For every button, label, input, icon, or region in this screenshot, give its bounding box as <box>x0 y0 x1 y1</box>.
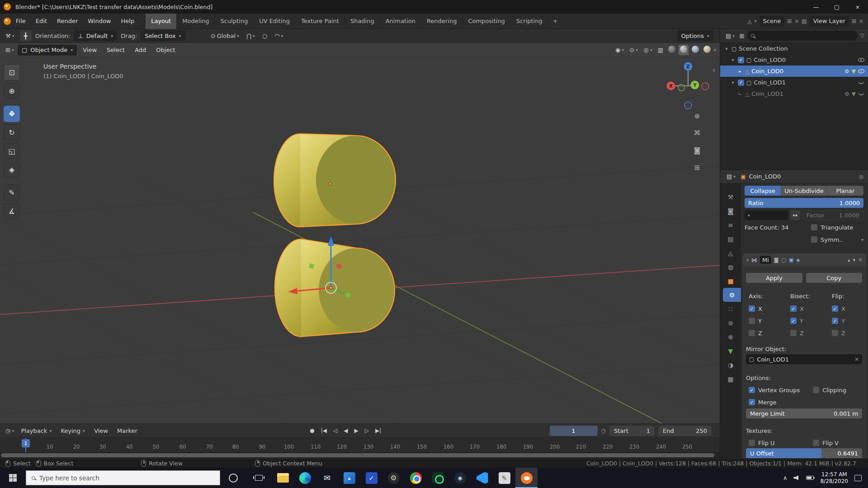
shading-wireframe-icon[interactable] <box>667 45 677 55</box>
photos-button[interactable]: ▴ <box>338 468 360 488</box>
taskbar-clock[interactable]: 12:57 AM 8/28/2020 <box>820 471 848 485</box>
battery-icon[interactable] <box>806 476 814 480</box>
expand-icon[interactable]: ▾ <box>730 57 736 62</box>
decimate-planar-button[interactable]: Planar <box>827 186 863 196</box>
tab-particles[interactable]: ∷ <box>720 302 741 316</box>
shading-solid-icon[interactable] <box>679 45 689 55</box>
overlays-toggle-icon[interactable]: ◎▾ <box>642 47 654 53</box>
current-frame-field[interactable]: 1 <box>550 426 598 436</box>
tab-world[interactable]: ◍ <box>720 260 741 274</box>
tab-render[interactable]: ◙ <box>720 204 741 218</box>
tab-object[interactable]: ■ <box>720 274 741 288</box>
move-down-icon[interactable]: ▾ <box>853 257 855 263</box>
transform-tool[interactable]: ◈ <box>4 161 20 178</box>
triangulate-checkbox[interactable] <box>811 224 817 230</box>
invert-vertex-group-button[interactable]: ↔ <box>790 210 800 220</box>
snap-magnet-icon[interactable]: ⋂▾ <box>245 33 257 39</box>
tab-modifiers[interactable]: ⚙ <box>723 288 741 302</box>
vertex-group-field[interactable]: ▾ <box>745 210 788 220</box>
axis-z-checkbox[interactable] <box>749 330 755 336</box>
file-explorer-button[interactable] <box>272 468 294 488</box>
proportional-edit-icon[interactable]: ○ <box>260 33 269 39</box>
new-view-layer-icon[interactable]: ⊞ <box>852 18 856 24</box>
measure-tool[interactable]: ∡ <box>4 203 20 219</box>
blender-menu-logo[interactable] <box>4 18 11 25</box>
cortana-button[interactable] <box>220 468 246 488</box>
search-input[interactable] <box>757 33 854 39</box>
coin-mesh-bottom[interactable] <box>275 239 395 337</box>
bisect-z-checkbox[interactable] <box>790 330 797 336</box>
workspace-tab-modeling[interactable]: Modeling <box>177 14 215 29</box>
tab-physics[interactable]: ⊚ <box>720 316 741 330</box>
tab-tool[interactable]: ⚒ <box>720 190 741 204</box>
clipping-checkbox[interactable] <box>813 387 819 393</box>
panel-expand-icon[interactable]: ▾ <box>746 258 749 263</box>
editor-type-icon[interactable]: ⚒▾ <box>4 33 16 39</box>
end-frame-field[interactable]: End 250 <box>658 426 712 436</box>
merge-checkbox[interactable] <box>749 399 755 405</box>
expand-icon[interactable]: ▾ <box>730 80 736 85</box>
workspace-tab-layout[interactable]: Layout <box>146 14 177 29</box>
menu-view[interactable]: View <box>90 427 112 434</box>
realtime-toggle-icon[interactable]: ▢ <box>782 257 786 263</box>
cage-toggle-icon[interactable]: ◈ <box>796 257 800 263</box>
browse-scene-icon[interactable]: ◬ <box>747 18 751 24</box>
flip-v-checkbox[interactable] <box>813 440 819 446</box>
decimate-unsubdivide-button[interactable]: Un-Subdivide <box>781 186 827 196</box>
menu-marker[interactable]: Marker <box>113 427 142 434</box>
mail-button[interactable]: ✉ <box>316 468 338 488</box>
shading-material-icon[interactable] <box>690 45 700 55</box>
mirror-object-field[interactable]: ▢ Coin_LOD1 × <box>746 354 862 364</box>
workspace-tab-shading[interactable]: Shading <box>345 14 380 29</box>
workspace-tab-compositing[interactable]: Compositing <box>462 14 511 29</box>
tab-constraints[interactable]: ⊗ <box>720 330 741 344</box>
modifier-name-field[interactable]: Mi <box>760 256 771 264</box>
menu-edit[interactable]: Edit <box>31 18 52 24</box>
navigation-gizmo[interactable]: Z X Y <box>663 61 713 111</box>
copy-button[interactable]: Copy <box>806 273 863 283</box>
menu-file[interactable]: File <box>11 18 31 24</box>
flip-u-checkbox[interactable] <box>749 440 755 446</box>
timeline-editor-icon[interactable]: ◷▾ <box>4 427 16 434</box>
menu-window[interactable]: Window <box>83 18 116 24</box>
bisect-y-checkbox[interactable] <box>790 318 797 324</box>
outliner-search[interactable] <box>747 31 858 41</box>
filter-icon[interactable]: ▽ <box>860 33 864 39</box>
menu-select[interactable]: Select <box>103 47 129 53</box>
flip-y-checkbox[interactable] <box>832 318 838 324</box>
collection-checkbox[interactable] <box>738 80 744 86</box>
clear-object-icon[interactable]: × <box>854 356 859 362</box>
axis-neg-y-ball[interactable] <box>678 84 684 91</box>
active-tool-move-icon[interactable]: ╋ <box>20 30 32 41</box>
start-frame-field[interactable]: Start 1 <box>609 426 655 436</box>
flip-z-checkbox[interactable] <box>832 330 838 336</box>
zoom-icon[interactable]: ⊕ <box>691 110 703 122</box>
gizmos-toggle-icon[interactable]: ⊙▾ <box>627 47 640 53</box>
merge-limit-field[interactable]: Merge Limit 0.001 m <box>746 408 862 418</box>
paint-button[interactable]: ✎ <box>493 468 515 488</box>
ratio-slider[interactable]: Ratio 1.0000 <box>745 198 863 208</box>
start-button[interactable] <box>0 468 26 488</box>
workspace-tab-sculpting[interactable]: Sculpting <box>215 14 254 29</box>
record-button[interactable]: ● <box>310 427 314 434</box>
drag-dropdown[interactable]: Select Box▾ <box>141 30 185 41</box>
close-modifier-icon[interactable]: × <box>858 257 863 263</box>
chrome-button[interactable] <box>405 468 427 488</box>
editmode-toggle-icon[interactable]: ▣ <box>789 257 793 263</box>
shading-rendered-icon[interactable] <box>702 45 712 55</box>
tab-view-layer[interactable]: ▤ <box>720 232 741 246</box>
shading-options-icon[interactable]: ▾ <box>714 47 716 52</box>
tab-output[interactable]: ≡ <box>720 218 741 232</box>
sidebar-collapse-arrow[interactable]: ‹ <box>712 66 715 74</box>
visibility-eye-closed-icon[interactable] <box>858 81 864 84</box>
tab-texture[interactable]: ▦ <box>720 372 741 386</box>
use-preview-range-icon[interactable]: ◷ <box>601 427 606 434</box>
outliner-row-object-lod1[interactable]: ∟ △ Coin_LOD1 ⚙ ▼ <box>720 88 868 99</box>
visibility-eye-closed-icon[interactable] <box>858 92 864 95</box>
minimize-button[interactable]: — <box>806 0 826 14</box>
unlink-scene-icon[interactable]: × <box>794 18 799 24</box>
remove-view-layer-icon[interactable]: × <box>859 18 863 24</box>
rotate-tool[interactable]: ↻ <box>4 124 20 141</box>
axis-neg-z-ball[interactable] <box>684 102 692 109</box>
play-button[interactable]: ▶ <box>354 427 358 434</box>
